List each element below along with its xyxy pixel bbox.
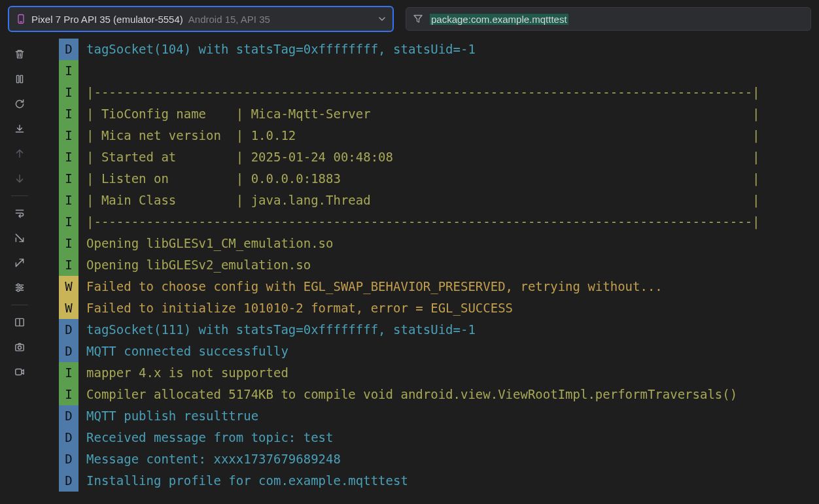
log-level-badge: D: [59, 427, 78, 448]
log-level-badge: I: [59, 233, 78, 254]
log-row[interactable]: DReceived message from topic: test: [59, 427, 819, 448]
log-message: | Mica net version | 1.0.12 |: [78, 125, 760, 146]
filter-funnel-icon: [413, 14, 423, 24]
settings-button[interactable]: [9, 278, 30, 297]
log-message: |---------------------------------------…: [78, 211, 760, 233]
log-message: | Listen on | 0.0.0.0:1883 |: [78, 168, 760, 190]
up-arrow-button[interactable]: [9, 144, 30, 163]
down-arrow-button[interactable]: [9, 169, 30, 188]
log-message: Received message from topic: test: [78, 427, 334, 448]
log-row[interactable]: I| Listen on | 0.0.0.0:1883 |: [59, 168, 819, 190]
log-level-badge: D: [59, 39, 78, 60]
log-message: [78, 60, 86, 82]
log-message: Compiler allocated 5174KB to compile voi…: [78, 384, 737, 405]
log-level-badge: D: [59, 470, 78, 492]
log-row[interactable]: DtagSocket(104) with statsTag=0xffffffff…: [59, 39, 819, 60]
log-message: Failed to choose config with EGL_SWAP_BE…: [78, 276, 663, 297]
trash-icon: [14, 48, 26, 60]
log-level-badge: D: [59, 341, 78, 362]
restart-button[interactable]: [9, 95, 30, 113]
log-level-badge: I: [59, 384, 78, 405]
log-row[interactable]: I: [59, 60, 819, 82]
filter-text: package:com.example.mqtttest: [430, 14, 568, 25]
log-row[interactable]: DtagSocket(111) with statsTag=0xffffffff…: [59, 319, 819, 341]
log-row[interactable]: IOpening libGLESv1_CM_emulation.so: [59, 233, 819, 254]
log-row[interactable]: DInstalling profile for com.example.mqtt…: [59, 470, 819, 492]
toolbar: Pixel 7 Pro API 35 (emulator-5554) Andro…: [0, 0, 819, 36]
log-row[interactable]: I|--------------------------------------…: [59, 211, 819, 233]
export-button[interactable]: [9, 254, 30, 272]
log-level-badge: W: [59, 297, 78, 319]
log-level-badge: D: [59, 448, 78, 470]
soft-wrap-icon: [14, 207, 26, 219]
log-message: | Main Class | java.lang.Thread |: [78, 190, 760, 211]
settings-icon: [14, 282, 26, 294]
log-row[interactable]: I| TioConfig name | Mica-Mqtt-Server |: [59, 103, 819, 125]
split-button[interactable]: [9, 313, 30, 331]
log-message: Installing profile for com.example.mqttt…: [78, 470, 408, 492]
device-primary-text: Pixel 7 Pro API 35 (emulator-5554): [31, 14, 183, 25]
log-level-badge: I: [59, 362, 78, 384]
device-selector[interactable]: Pixel 7 Pro API 35 (emulator-5554) Andro…: [8, 6, 394, 32]
restart-icon: [14, 98, 26, 110]
log-message: | TioConfig name | Mica-Mqtt-Server |: [78, 103, 760, 125]
split-icon: [14, 316, 26, 328]
sidebar-divider: [11, 305, 28, 305]
log-row[interactable]: I| Mica net version | 1.0.12 |: [59, 125, 819, 146]
log-row[interactable]: DMQTT connected successfully: [59, 341, 819, 362]
log-message: MQTT connected successfully: [78, 341, 288, 362]
device-secondary-text: Android 15, API 35: [188, 14, 270, 25]
pause-button[interactable]: [9, 70, 30, 88]
soft-wrap-button[interactable]: [9, 204, 30, 222]
import-icon: [14, 232, 26, 244]
device-phone-icon: [16, 14, 26, 24]
log-row[interactable]: WFailed to initialize 101010-2 format, e…: [59, 297, 819, 319]
log-row[interactable]: Imapper 4.x is not supported: [59, 362, 819, 384]
log-level-badge: I: [59, 125, 78, 146]
log-message: tagSocket(104) with statsTag=0xffffffff,…: [78, 39, 476, 60]
log-view[interactable]: DtagSocket(104) with statsTag=0xffffffff…: [39, 39, 819, 504]
log-message: | Started at | 2025-01-24 00:48:08 |: [78, 146, 760, 168]
scroll-end-button[interactable]: [9, 120, 30, 138]
up-arrow-icon: [14, 148, 26, 160]
scroll-end-icon: [14, 123, 26, 135]
log-level-badge: I: [59, 146, 78, 168]
screen-record-button[interactable]: [9, 363, 30, 381]
log-level-badge: I: [59, 190, 78, 211]
log-row[interactable]: IOpening libGLESv2_emulation.so: [59, 254, 819, 276]
log-row[interactable]: I| Main Class | java.lang.Thread |: [59, 190, 819, 211]
filter-input[interactable]: package:com.example.mqtttest: [406, 7, 811, 31]
log-level-badge: W: [59, 276, 78, 297]
log-message: Failed to initialize 101010-2 format, er…: [78, 297, 513, 319]
import-button[interactable]: [9, 229, 30, 247]
log-row[interactable]: WFailed to choose config with EGL_SWAP_B…: [59, 276, 819, 297]
log-row[interactable]: DMQTT publish resulttrue: [59, 405, 819, 427]
log-level-badge: I: [59, 103, 78, 125]
screenshot-icon: [14, 341, 26, 353]
sidebar-divider: [11, 195, 28, 196]
log-message: Message content: xxxx1737679689248: [78, 448, 341, 470]
screenshot-button[interactable]: [9, 338, 30, 356]
pause-icon: [14, 73, 26, 85]
log-message: mapper 4.x is not supported: [78, 362, 288, 384]
log-level-badge: I: [59, 82, 78, 103]
log-row[interactable]: DMessage content: xxxx1737679689248: [59, 448, 819, 470]
trash-button[interactable]: [9, 45, 30, 63]
screen-record-icon: [14, 366, 26, 378]
chevron-down-icon: [373, 15, 386, 23]
log-level-badge: D: [59, 319, 78, 341]
log-level-badge: I: [59, 211, 78, 233]
sidebar: [0, 39, 39, 504]
log-message: Opening libGLESv1_CM_emulation.so: [78, 233, 334, 254]
log-row[interactable]: I|--------------------------------------…: [59, 82, 819, 103]
log-row[interactable]: I| Started at | 2025-01-24 00:48:08 |: [59, 146, 819, 168]
log-message: |---------------------------------------…: [78, 82, 760, 103]
log-row[interactable]: ICompiler allocated 5174KB to compile vo…: [59, 384, 819, 405]
log-message: MQTT publish resulttrue: [78, 405, 258, 427]
log-level-badge: I: [59, 168, 78, 190]
log-message: Opening libGLESv2_emulation.so: [78, 254, 311, 276]
log-level-badge: I: [59, 254, 78, 276]
down-arrow-icon: [14, 173, 26, 184]
main-area: DtagSocket(104) with statsTag=0xffffffff…: [0, 36, 819, 504]
log-level-badge: D: [59, 405, 78, 427]
